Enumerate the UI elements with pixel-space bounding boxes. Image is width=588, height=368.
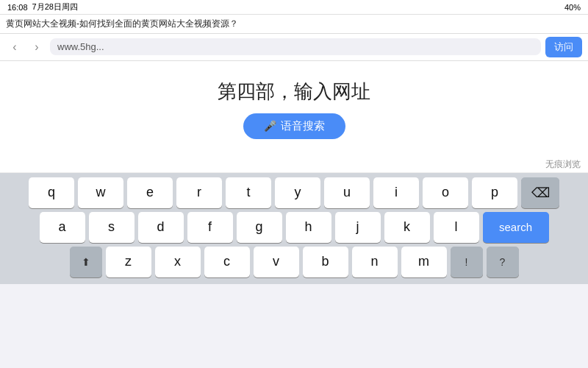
key-a[interactable]: a [40, 212, 85, 243]
key-o[interactable]: o [423, 177, 468, 208]
key-j[interactable]: j [335, 212, 381, 243]
time: 16:08 [7, 3, 28, 12]
main-content: 第四部，输入网址 🎤 语音搜索 [0, 61, 588, 157]
backspace-button[interactable]: ⌫ [521, 177, 559, 208]
keyboard-row-2: a s d f g h j k l search [1, 212, 587, 243]
date: 7月28日周四 [32, 1, 78, 13]
exclamation-key[interactable]: ! [451, 247, 483, 277]
address-bar: ‹ › www.5hg... 访问 [0, 34, 588, 61]
voice-search-label: 语音搜索 [281, 119, 325, 133]
key-n[interactable]: n [352, 247, 398, 277]
browser-meta: 无痕浏览 [0, 157, 588, 173]
key-k[interactable]: k [384, 212, 430, 243]
key-w[interactable]: w [78, 177, 123, 208]
key-z[interactable]: z [106, 247, 151, 277]
question-key[interactable]: ? [487, 247, 519, 277]
key-g[interactable]: g [237, 212, 282, 243]
key-x[interactable]: x [155, 247, 201, 277]
visit-button[interactable]: 访问 [545, 37, 582, 57]
key-u[interactable]: u [324, 177, 370, 208]
key-i[interactable]: i [373, 177, 419, 208]
forward-button[interactable]: › [28, 40, 46, 54]
key-t[interactable]: t [226, 177, 271, 208]
key-v[interactable]: v [254, 247, 299, 277]
address-input-wrap[interactable]: www.5hg... [50, 38, 541, 55]
main-heading: 第四部，输入网址 [218, 79, 370, 105]
key-c[interactable]: c [204, 247, 250, 277]
key-b[interactable]: b [303, 247, 348, 277]
key-h[interactable]: h [286, 212, 331, 243]
search-button[interactable]: search [483, 212, 549, 243]
key-r[interactable]: r [176, 177, 222, 208]
status-right: 40% [564, 3, 581, 12]
back-button[interactable]: ‹ [6, 40, 24, 54]
key-l[interactable]: l [434, 212, 479, 243]
battery: 40% [564, 3, 581, 12]
address-text: www.5hg... [57, 41, 534, 52]
shift-button[interactable]: ⬆ [70, 247, 102, 277]
status-left: 16:08 7月28日周四 [7, 1, 78, 13]
keyboard-row-3: ⬆ z x c v b n m ! ? [1, 247, 587, 277]
voice-search-button[interactable]: 🎤 语音搜索 [243, 113, 345, 139]
keyboard: q w e r t y u i o p ⌫ a s d f g h j k l … [0, 173, 588, 284]
key-f[interactable]: f [187, 212, 233, 243]
title-bar: 黄页网站大全视频-如何找到全面的黄页网站大全视频资源？ [0, 15, 588, 34]
page-title: 黄页网站大全视频-如何找到全面的黄页网站大全视频资源？ [6, 18, 582, 30]
status-bar: 16:08 7月28日周四 40% [0, 0, 588, 15]
private-label: 无痕浏览 [545, 158, 581, 171]
key-m[interactable]: m [401, 247, 447, 277]
key-d[interactable]: d [138, 212, 184, 243]
key-y[interactable]: y [275, 177, 320, 208]
key-q[interactable]: q [29, 177, 74, 208]
key-s[interactable]: s [89, 212, 135, 243]
key-e[interactable]: e [127, 177, 173, 208]
mic-icon: 🎤 [264, 120, 276, 132]
key-p[interactable]: p [472, 177, 517, 208]
keyboard-row-1: q w e r t y u i o p ⌫ [1, 177, 587, 208]
